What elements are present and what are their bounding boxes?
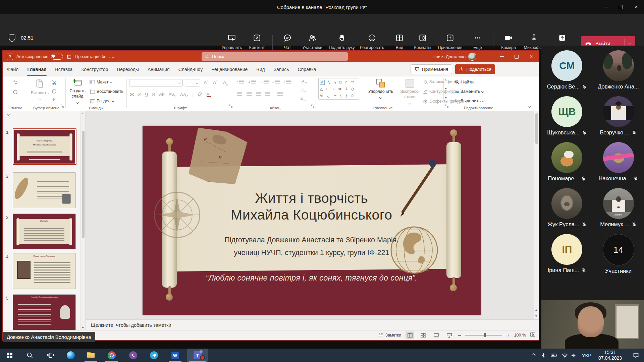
notes-toggle-button[interactable]: Заметки bbox=[379, 333, 401, 338]
autosave-toggle[interactable] bbox=[51, 54, 63, 60]
participant-tile[interactable]: Наконечна... bbox=[598, 142, 638, 188]
thumbnail-scrollbar[interactable] bbox=[80, 111, 85, 330]
strikethrough-icon[interactable]: ab bbox=[159, 92, 165, 97]
italic-icon[interactable]: К bbox=[138, 92, 141, 97]
ribbon-share-button[interactable]: Поделиться bbox=[455, 64, 495, 74]
text-shadow-icon[interactable]: S bbox=[152, 92, 155, 97]
slide-thumbnail-2[interactable] bbox=[13, 172, 76, 208]
tab-help[interactable]: Справка bbox=[293, 62, 321, 76]
bullets-icon[interactable]: • bbox=[237, 80, 244, 83]
highlight-icon[interactable] bbox=[197, 91, 203, 98]
teams-taskbar-button[interactable]: T bbox=[187, 349, 208, 362]
dialog-launcher-icon[interactable] bbox=[445, 103, 449, 109]
chrome-taskbar-button[interactable] bbox=[104, 349, 120, 362]
slide-quote[interactable]: “Люблю сонячне повітря і, як сонях, тягн… bbox=[156, 274, 467, 283]
tab-view[interactable]: Вид bbox=[252, 62, 269, 76]
shapes-gallery[interactable]: A╲↘□○▭ △∟⌐⇒⇓◇ ∿◡~{}☆ bbox=[318, 78, 359, 100]
volume-icon[interactable] bbox=[568, 349, 579, 362]
participant-tile[interactable]: robert. Мелимук ... bbox=[600, 188, 637, 234]
close-icon[interactable]: × bbox=[524, 51, 539, 62]
undo-icon[interactable] bbox=[12, 79, 19, 86]
slide-thumbnail-1[interactable]: Життя і творчість Михайла Коцюбинського bbox=[13, 128, 76, 165]
participant-tile[interactable]: Жук Русла... bbox=[547, 188, 587, 234]
language-indicator[interactable]: УКР bbox=[579, 349, 594, 362]
zoom-out-button[interactable]: – bbox=[458, 332, 461, 338]
tab-slideshow[interactable]: Слайд-шоу bbox=[174, 62, 207, 76]
tab-record[interactable]: Запись bbox=[269, 62, 293, 76]
participant-tile[interactable]: СМ Сердюк Ве... bbox=[547, 50, 587, 96]
char-spacing-icon[interactable]: AV bbox=[168, 92, 176, 97]
slide-thumbnail-5[interactable]: Чернігів. Громадська діяльність bbox=[13, 294, 76, 330]
format-painter-icon[interactable] bbox=[52, 97, 57, 104]
find-button[interactable]: Найти bbox=[454, 79, 474, 84]
restore-icon[interactable] bbox=[613, 0, 629, 14]
text-direction-icon[interactable]: ↓A bbox=[300, 79, 307, 83]
zoom-slider[interactable] bbox=[465, 335, 502, 336]
section-button[interactable]: Раздел bbox=[90, 99, 114, 103]
taskbar-search-button[interactable] bbox=[22, 349, 38, 362]
grow-font-icon[interactable]: А˄ bbox=[204, 80, 208, 85]
new-slide-button[interactable]: Создать слайд bbox=[67, 78, 88, 105]
copy-icon[interactable] bbox=[52, 88, 57, 95]
participants-count-tile[interactable]: 14 Участники bbox=[603, 234, 634, 280]
font-size-combo[interactable] bbox=[185, 79, 200, 86]
participant-tile[interactable]: ЩВ Щуковська... bbox=[547, 96, 587, 142]
slideshow-view-button[interactable] bbox=[445, 331, 453, 339]
participant-tile[interactable]: ІП Ірина Паш... bbox=[548, 234, 587, 280]
cut-icon[interactable] bbox=[52, 80, 57, 87]
align-left-icon[interactable] bbox=[237, 92, 242, 96]
paste-button[interactable]: Вставить bbox=[31, 78, 48, 101]
account-button[interactable]: Настя Довженко bbox=[432, 51, 476, 62]
columns-icon[interactable] bbox=[277, 92, 283, 96]
zoom-slider-thumb[interactable] bbox=[484, 333, 486, 337]
dialog-launcher-icon[interactable] bbox=[311, 103, 315, 109]
viber-taskbar-button[interactable] bbox=[125, 349, 141, 362]
dialog-launcher-icon[interactable] bbox=[229, 103, 233, 109]
reading-view-button[interactable] bbox=[432, 331, 440, 339]
notes-placeholder[interactable]: Щелкните, чтобы добавить заметки bbox=[91, 322, 171, 328]
chevron-down-icon[interactable] bbox=[111, 55, 114, 58]
quick-styles-button[interactable]: Экспресс-стили bbox=[398, 79, 422, 106]
explorer-taskbar-button[interactable] bbox=[83, 349, 99, 362]
search-input[interactable]: Поиск bbox=[202, 52, 348, 61]
clock[interactable]: 15:3107.04.2023 bbox=[594, 349, 626, 362]
tab-insert[interactable]: Вставка bbox=[51, 62, 77, 76]
notes-pane[interactable]: Щелкните, чтобы добавить заметки bbox=[86, 319, 539, 330]
participant-tile[interactable]: Довженко Ана... bbox=[598, 50, 639, 96]
comments-button[interactable]: Примечания bbox=[411, 64, 452, 74]
normal-view-button[interactable] bbox=[406, 331, 414, 339]
minimize-icon[interactable] bbox=[598, 0, 613, 14]
self-video-tile[interactable] bbox=[541, 300, 644, 349]
collapse-ribbon-icon[interactable] bbox=[527, 104, 531, 108]
change-case-icon[interactable]: Aa bbox=[180, 92, 187, 97]
clear-format-icon[interactable]: Аа bbox=[223, 80, 228, 86]
align-right-icon[interactable] bbox=[256, 92, 261, 96]
numbering-icon[interactable]: 1 bbox=[249, 80, 256, 83]
fit-to-window-icon[interactable] bbox=[530, 332, 535, 338]
slide-thumbnail-3[interactable]: Освіта bbox=[13, 214, 76, 249]
document-title[interactable]: Презентация бе... bbox=[75, 54, 110, 59]
reset-button[interactable]: Восстановить bbox=[90, 89, 123, 94]
zoom-in-button[interactable]: + bbox=[506, 332, 509, 338]
arrange-button[interactable]: Упорядочить bbox=[367, 79, 395, 100]
chevron-down-icon[interactable] bbox=[629, 42, 631, 45]
task-view-button[interactable] bbox=[43, 349, 59, 362]
tab-design[interactable]: Конструктор bbox=[77, 62, 112, 76]
redo-icon[interactable] bbox=[12, 89, 18, 97]
slide[interactable]: ✕ ✕ bbox=[143, 126, 481, 315]
tray-expand-button[interactable] bbox=[529, 349, 539, 362]
participant-tile[interactable]: Пономаре... bbox=[548, 142, 586, 188]
restore-icon[interactable] bbox=[509, 51, 524, 62]
slide-subtitle[interactable]: Підготувала Довженко Анастасія та Збірен… bbox=[173, 234, 450, 259]
tray-microphone-icon[interactable] bbox=[539, 349, 549, 362]
participant-tile[interactable]: Безручко ... bbox=[600, 96, 637, 142]
slide-sorter-view-button[interactable] bbox=[419, 331, 427, 339]
increase-indent-icon[interactable]: → bbox=[271, 80, 280, 83]
canvas-scrollbar[interactable] bbox=[534, 111, 539, 319]
battery-icon[interactable] bbox=[549, 349, 559, 362]
slide-title[interactable]: Життя і творчість Михайла Коцюбинського bbox=[183, 190, 440, 223]
select-button[interactable]: Выделить bbox=[454, 98, 484, 103]
font-name-combo[interactable] bbox=[129, 79, 183, 86]
tab-file[interactable]: Файл bbox=[3, 62, 23, 76]
tab-animations[interactable]: Анимация bbox=[143, 62, 174, 76]
